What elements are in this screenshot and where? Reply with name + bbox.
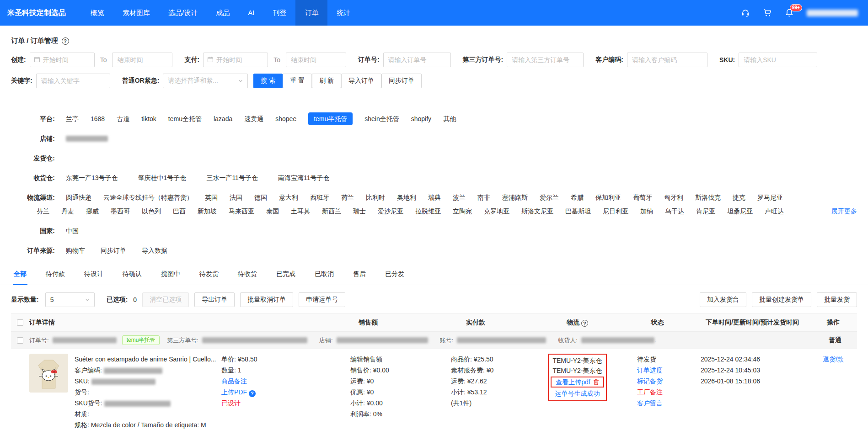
status-tab[interactable]: 已分发 xyxy=(384,265,405,285)
platform-option[interactable]: lazada xyxy=(214,114,232,124)
refund-link[interactable]: 退货/款 xyxy=(823,356,844,363)
nav-item[interactable]: 概览 xyxy=(81,0,113,26)
channel-option[interactable]: 波兰 xyxy=(453,192,466,202)
status-tab[interactable]: 全部 xyxy=(13,265,27,285)
channel-option[interactable]: 挪威 xyxy=(86,206,99,216)
channel-option[interactable]: 希腊 xyxy=(571,192,584,202)
page-help-icon[interactable]: ? xyxy=(62,37,69,45)
status-tab[interactable]: 待付款 xyxy=(45,265,66,285)
nav-item[interactable]: 统计 xyxy=(327,0,359,26)
channel-option[interactable]: 以色列 xyxy=(142,206,161,216)
platform-option[interactable]: 1688 xyxy=(91,114,105,124)
channel-option[interactable]: 葡萄牙 xyxy=(633,192,652,202)
platform-option[interactable]: 速卖通 xyxy=(244,114,263,124)
nav-item[interactable]: 刊登 xyxy=(263,0,295,26)
channel-option[interactable]: 南非 xyxy=(477,192,490,202)
apply-tracking-button[interactable]: 申请运单号 xyxy=(299,292,345,307)
source-option[interactable]: 导入数据 xyxy=(142,245,167,255)
status-tab[interactable]: 搅图中 xyxy=(160,265,181,285)
select-all-checkbox[interactable] xyxy=(17,319,23,326)
nav-item[interactable]: 订单 xyxy=(295,0,327,26)
order-progress-link[interactable]: 订单进度 xyxy=(637,366,663,374)
page-size-select[interactable]: 5 xyxy=(45,292,95,307)
channel-option[interactable]: 奥地利 xyxy=(397,192,416,202)
channel-option[interactable]: 新加坡 xyxy=(198,206,217,216)
priority-select[interactable]: 请选择普通和紧... xyxy=(163,74,248,88)
created-end-input[interactable] xyxy=(112,53,172,67)
keyword-input[interactable] xyxy=(36,74,110,88)
export-order-button[interactable]: 导出订单 xyxy=(194,292,235,307)
channel-option[interactable]: 肯尼亚 xyxy=(696,206,715,216)
order-checkbox[interactable] xyxy=(17,337,23,344)
third-no-input[interactable] xyxy=(507,53,584,67)
channel-option[interactable]: 巴基斯坦 xyxy=(565,206,591,216)
nav-item[interactable]: 成品 xyxy=(207,0,239,26)
customer-code-input[interactable] xyxy=(627,53,707,67)
channel-option[interactable]: 法国 xyxy=(230,192,242,202)
paid-end-input[interactable] xyxy=(286,53,346,67)
cart-icon[interactable] xyxy=(763,8,772,17)
factory-note-link[interactable]: 工厂备注 xyxy=(637,388,663,396)
channel-option[interactable]: 瑞士 xyxy=(353,206,366,216)
status-tab[interactable]: 售后 xyxy=(352,265,367,285)
delete-pdf-icon[interactable] xyxy=(593,379,599,385)
channel-option[interactable]: 西班牙 xyxy=(310,192,329,202)
platform-option[interactable]: 古道 xyxy=(117,114,129,124)
channel-option[interactable]: 爱沙尼亚 xyxy=(378,206,403,216)
platform-option[interactable]: tiktok xyxy=(141,114,156,124)
batch-create-shipment-button[interactable]: 批量创建发货单 xyxy=(752,292,811,307)
warehouse-option[interactable]: 三水一产11号子仓 xyxy=(206,173,258,183)
channel-option[interactable]: 德国 xyxy=(254,192,267,202)
support-icon[interactable] xyxy=(741,8,750,17)
created-start-field[interactable] xyxy=(43,56,91,64)
channel-option[interactable]: 新西兰 xyxy=(322,206,341,216)
sku-input[interactable] xyxy=(739,53,817,67)
logistics-help-icon[interactable]: ? xyxy=(581,320,588,327)
order-no-input[interactable] xyxy=(383,53,451,67)
nav-item[interactable]: 素材图库 xyxy=(113,0,159,26)
channel-option[interactable]: 巴西 xyxy=(173,206,186,216)
channel-option[interactable]: 捷克 xyxy=(733,192,745,202)
source-option[interactable]: 同步订单 xyxy=(101,245,126,255)
channel-option[interactable]: 泰国 xyxy=(266,206,279,216)
notification-bell-icon[interactable]: 99+ xyxy=(785,8,794,17)
upload-pdf-link[interactable]: 上传PDF xyxy=(221,388,247,396)
channel-option[interactable]: 卢旺达 xyxy=(765,206,784,216)
channel-option[interactable]: 克罗地亚 xyxy=(484,206,509,216)
platform-option[interactable]: shopify xyxy=(411,114,431,124)
platform-option[interactable]: temu半托管 xyxy=(308,112,353,125)
warehouse-option[interactable]: 南海宝湾11号子仓 xyxy=(278,173,330,183)
batch-cancel-button[interactable]: 批量取消订单 xyxy=(240,292,293,307)
channel-option[interactable]: 比利时 xyxy=(366,192,385,202)
channel-option[interactable]: 丹麦 xyxy=(61,206,74,216)
channel-option[interactable]: 土耳其 xyxy=(291,206,310,216)
channel-option[interactable]: 加纳 xyxy=(640,206,653,216)
channel-option[interactable]: 意大利 xyxy=(279,192,298,202)
edit-sales-link[interactable]: 编辑销售额 xyxy=(350,354,416,365)
warehouse-option[interactable]: 东莞一产13号子仓 xyxy=(66,173,118,183)
mark-stock-link[interactable]: 标记备货 xyxy=(637,377,663,385)
channel-option[interactable]: 瑞典 xyxy=(428,192,441,202)
created-start-input[interactable] xyxy=(30,53,95,67)
channel-option[interactable]: 云途全球专线挂号（特惠普货） xyxy=(103,192,193,202)
clear-selection-button[interactable]: 清空已选项 xyxy=(142,292,189,307)
platform-option[interactable]: shopee xyxy=(275,114,296,124)
username-redacted[interactable] xyxy=(807,10,858,16)
status-tab[interactable]: 待设计 xyxy=(83,265,104,285)
status-tab[interactable]: 待确认 xyxy=(122,265,143,285)
customer-message-link[interactable]: 客户留言 xyxy=(637,399,663,407)
status-tab[interactable]: 待收货 xyxy=(237,265,258,285)
channel-option[interactable]: 墨西哥 xyxy=(111,206,130,216)
import-order-button[interactable]: 导入订单 xyxy=(341,74,381,88)
platform-option[interactable]: shein全托管 xyxy=(364,114,399,124)
channel-option[interactable]: 匈牙利 xyxy=(664,192,683,202)
channel-option[interactable]: 马来西亚 xyxy=(229,206,254,216)
nav-item[interactable]: AI xyxy=(239,0,263,26)
channel-option[interactable]: 尼日利亚 xyxy=(603,206,628,216)
channel-option[interactable]: 荷兰 xyxy=(341,192,354,202)
source-option[interactable]: 购物车 xyxy=(66,245,85,255)
channel-option[interactable]: 英国 xyxy=(205,192,218,202)
channel-option[interactable]: 拉脱维亚 xyxy=(415,206,441,216)
channel-option[interactable]: 塞浦路斯 xyxy=(502,192,528,202)
channel-option[interactable]: 罗马尼亚 xyxy=(757,192,783,202)
